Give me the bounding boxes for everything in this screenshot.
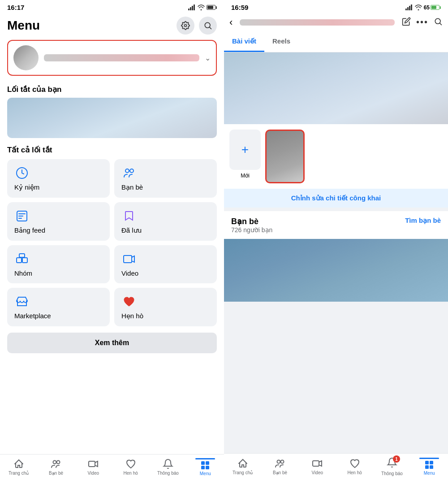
back-button[interactable]: ‹	[229, 17, 233, 28]
nav-menu-label: Menu	[200, 471, 211, 476]
find-friends-button[interactable]: Tìm bạn bè	[405, 217, 441, 225]
svg-point-4	[205, 22, 210, 28]
plus-icon: +	[241, 143, 249, 157]
profile-name-blur-right	[240, 19, 395, 26]
story-new-item[interactable]: + Mới	[229, 130, 261, 179]
svg-rect-10	[22, 258, 27, 263]
right-wifi-icon	[415, 4, 422, 10]
bang-feed-icon	[14, 208, 30, 224]
left-bottom-nav: Trang chủ Bạn bè Video Hen hò	[0, 454, 224, 485]
svg-point-6	[125, 169, 129, 173]
menu-nav-icon	[200, 459, 211, 470]
ky-niem-icon	[14, 165, 30, 181]
svg-rect-2	[192, 6, 193, 10]
profile-tabs: Bài viết Reels	[224, 32, 448, 52]
story-item[interactable]	[265, 130, 305, 183]
story-thumbnail	[265, 130, 305, 183]
left-status-icons	[188, 4, 217, 10]
svg-rect-0	[188, 9, 190, 10]
profile-header-action-icons: •••	[402, 17, 443, 28]
shortcut-ky-niem[interactable]: Kỷ niệm	[7, 159, 110, 198]
search-button[interactable]	[199, 17, 217, 35]
edit-public-button[interactable]: Chỉnh sửa chi tiết công khai	[224, 189, 448, 208]
nav-video[interactable]: Video	[80, 459, 107, 476]
svg-rect-23	[411, 4, 412, 10]
add-story-button[interactable]: +	[229, 130, 261, 170]
right-nav-video-label: Video	[312, 470, 323, 475]
ky-niem-label: Kỷ niệm	[14, 183, 103, 191]
ban-be-icon	[121, 165, 137, 181]
right-nav-thong-bao[interactable]: 1 Thông báo	[379, 457, 405, 476]
svg-rect-31	[430, 465, 433, 469]
svg-point-7	[130, 169, 134, 173]
signal-icon	[188, 4, 196, 10]
nav-hen-ho-label: Hen hò	[124, 471, 138, 476]
notification-badge: 1	[393, 455, 400, 463]
tab-reels[interactable]: Reels	[264, 32, 298, 52]
right-nav-menu[interactable]: Menu	[416, 458, 443, 476]
nav-thong-bao-label: Thông báo	[157, 471, 179, 476]
nhom-label: Nhóm	[14, 269, 103, 277]
right-status-icons: 65	[405, 4, 441, 11]
profile-header: ‹ •••	[224, 13, 448, 32]
nav-ban-be[interactable]: Bạn bè	[43, 459, 69, 476]
hen-ho-icon	[121, 294, 137, 309]
shortcuts-section-label: Lối tắt của bạn	[0, 83, 224, 98]
profile-avatar	[13, 45, 39, 70]
da-luu-label: Đã lưu	[121, 226, 210, 234]
shortcut-ban-be[interactable]: Bạn bè	[114, 159, 217, 198]
edit-icon[interactable]	[402, 17, 411, 28]
shortcut-hen-ho[interactable]: Hẹn hò	[114, 288, 217, 326]
right-nav-hen-ho[interactable]: Hen hò	[341, 458, 368, 475]
right-home-icon	[237, 458, 248, 469]
dating-nav-icon	[125, 459, 136, 469]
svg-rect-27	[313, 461, 319, 466]
nav-trang-chu[interactable]: Trang chủ	[5, 459, 32, 476]
svg-rect-1	[190, 7, 191, 10]
battery-icon	[207, 5, 217, 10]
shortcut-video[interactable]: Video	[114, 245, 217, 283]
see-more-button[interactable]: Xem thêm	[7, 333, 217, 353]
right-nav-trang-chu[interactable]: Trang chủ	[229, 458, 256, 475]
gear-icon	[181, 21, 190, 30]
profile-banner[interactable]: ⌄	[7, 40, 217, 76]
tab-bai-viet[interactable]: Bài viết	[224, 32, 264, 52]
nhom-icon	[14, 251, 30, 267]
story-new-label: Mới	[241, 173, 250, 179]
menu-title: Menu	[7, 18, 40, 33]
svg-rect-15	[89, 461, 95, 467]
chevron-down-icon[interactable]: ⌄	[205, 54, 211, 62]
right-nav-video[interactable]: Video	[304, 458, 331, 475]
friends-title: Bạn bè	[231, 217, 272, 226]
cover-photo	[224, 52, 448, 124]
right-nav-ban-be-label: Bạn bè	[273, 470, 287, 475]
right-time: 16:59	[231, 4, 248, 11]
video-icon	[121, 251, 137, 267]
nav-hen-ho[interactable]: Hen hò	[117, 459, 144, 476]
shortcut-da-luu[interactable]: Đã lưu	[114, 202, 217, 241]
nav-trang-chu-label: Trang chủ	[9, 471, 29, 476]
hen-ho-label: Hẹn hò	[121, 312, 210, 320]
svg-rect-29	[430, 461, 433, 464]
left-scroll-area: ⌄ Lối tắt của bạn Tất cả lối tắt Kỷ niệm	[0, 40, 224, 454]
friends-count: 726 người bạn	[231, 226, 272, 234]
search-icon	[203, 21, 212, 30]
nav-thong-bao[interactable]: Thông báo	[155, 459, 181, 476]
right-menu-nav-icon	[424, 459, 435, 469]
shortcut-bang-feed[interactable]: Bảng feed	[7, 202, 110, 241]
shortcut-marketplace[interactable]: Marketplace	[7, 288, 110, 326]
nav-menu[interactable]: Menu	[192, 458, 219, 476]
right-nav-ban-be[interactable]: Bạn bè	[267, 458, 293, 475]
right-signal-icon	[405, 4, 413, 10]
svg-point-13	[53, 461, 56, 464]
marketplace-label: Marketplace	[14, 312, 103, 320]
profile-name-blur	[44, 54, 199, 61]
right-friends-nav-icon	[275, 458, 285, 469]
search-icon-right[interactable]	[434, 17, 443, 28]
right-scroll-area: Bài viết Reels + Mới Chỉnh sửa chi tiết …	[224, 32, 448, 453]
svg-rect-21	[407, 7, 409, 10]
shortcut-nhom[interactable]: Nhóm	[7, 245, 110, 283]
more-icon[interactable]: •••	[416, 17, 428, 28]
settings-button[interactable]	[177, 17, 194, 35]
ban-be-label: Bạn bè	[121, 183, 210, 191]
